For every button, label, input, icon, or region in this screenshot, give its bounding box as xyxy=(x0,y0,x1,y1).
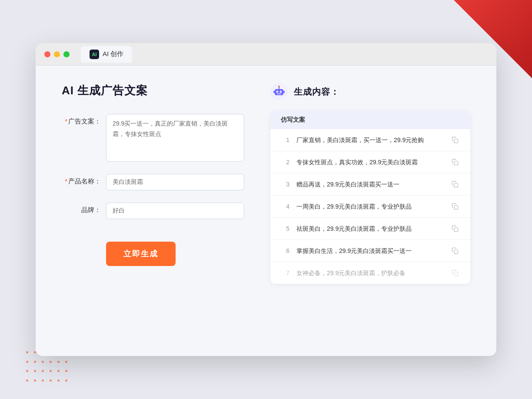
result-row: 3赠品再送，29.9元美白淡斑霜买一送一 xyxy=(270,173,470,196)
result-row: 1厂家直销，美白淡斑霜，买一送一，29.9元抢购 xyxy=(270,129,470,151)
row-text: 厂家直销，美白淡斑霜，买一送一，29.9元抢购 xyxy=(296,136,443,145)
brand-input[interactable] xyxy=(106,203,244,219)
ad-copy-group: *广告文案： xyxy=(62,114,244,162)
generate-button[interactable]: 立即生成 xyxy=(106,242,176,266)
row-text: 女神必备，29.9元美白淡斑霜，护肤必备 xyxy=(296,269,443,278)
maximize-button[interactable] xyxy=(63,51,70,57)
result-row: 5祛斑美白，29.9元美白淡斑霜，专业护肤品 xyxy=(270,218,470,240)
ad-copy-required: * xyxy=(65,117,67,125)
row-number: 5 xyxy=(281,225,289,232)
svg-rect-11 xyxy=(454,139,458,143)
product-name-group: *产品名称： xyxy=(62,174,244,190)
results-table: 仿写文案 1厂家直销，美白淡斑霜，买一送一，29.9元抢购 2专抹女性斑点，真实… xyxy=(270,111,470,284)
product-name-required: * xyxy=(65,177,67,185)
copy-icon[interactable] xyxy=(450,224,460,233)
row-text: 祛斑美白，29.9元美白淡斑霜，专业护肤品 xyxy=(296,224,443,233)
window-controls xyxy=(44,51,70,57)
results-title: 生成内容： xyxy=(294,86,339,98)
svg-rect-8 xyxy=(277,93,281,94)
row-number: 4 xyxy=(281,203,289,210)
svg-point-5 xyxy=(281,91,282,92)
product-name-input[interactable] xyxy=(106,174,244,190)
svg-point-7 xyxy=(278,86,280,87)
row-number: 7 xyxy=(281,269,289,276)
title-bar: AI AI 创作 xyxy=(36,43,496,66)
product-name-label: *产品名称： xyxy=(62,174,101,186)
row-text: 专抹女性斑点，真实功效，29.9元美白淡斑霜 xyxy=(296,158,443,167)
svg-rect-15 xyxy=(454,228,458,232)
svg-rect-16 xyxy=(454,250,458,254)
result-row: 7女神必备，29.9元美白淡斑霜，护肤必备 xyxy=(270,262,470,284)
svg-rect-12 xyxy=(454,161,458,165)
brand-group: 品牌： xyxy=(62,203,244,219)
row-text: 掌握美白生活，29.9元美白淡斑霜买一送一 xyxy=(296,246,443,256)
results-table-header: 仿写文案 xyxy=(270,111,470,129)
tab-icon-text: AI xyxy=(92,52,97,57)
svg-point-4 xyxy=(277,91,278,92)
page-title: AI 生成广告文案 xyxy=(62,83,244,98)
result-row: 6掌握美白生活，29.9元美白淡斑霜买一送一 xyxy=(270,240,470,262)
ad-copy-input[interactable] xyxy=(106,114,244,162)
copy-icon[interactable] xyxy=(450,180,460,189)
copy-icon[interactable] xyxy=(450,157,460,167)
tab-icon: AI xyxy=(90,50,99,59)
row-text: 赠品再送，29.9元美白淡斑霜买一送一 xyxy=(296,180,443,189)
bg-decoration-dots-left xyxy=(26,351,78,386)
ad-copy-label: *广告文案： xyxy=(62,114,101,126)
result-row: 4一周美白，29.9元美白淡斑霜，专业护肤品 xyxy=(270,196,470,218)
row-number: 3 xyxy=(281,181,289,188)
main-content: AI 生成广告文案 *广告文案： *产品名称： 品牌： 立 xyxy=(36,66,496,348)
browser-window: AI AI 创作 AI 生成广告文案 *广告文案： *产品名称： xyxy=(36,43,496,356)
svg-rect-9 xyxy=(273,91,275,93)
result-rows: 1厂家直销，美白淡斑霜，买一送一，29.9元抢购 2专抹女性斑点，真实功效，29… xyxy=(270,129,470,284)
close-button[interactable] xyxy=(44,51,50,57)
ai-creation-tab[interactable]: AI AI 创作 xyxy=(81,46,132,63)
svg-rect-10 xyxy=(283,91,285,93)
minimize-button[interactable] xyxy=(54,51,60,57)
tab-label: AI 创作 xyxy=(103,50,123,58)
svg-rect-13 xyxy=(454,183,458,187)
svg-rect-14 xyxy=(454,206,458,209)
copy-icon[interactable] xyxy=(450,246,460,256)
results-header: 生成内容： xyxy=(270,83,470,100)
row-number: 2 xyxy=(281,159,289,166)
copy-icon[interactable] xyxy=(450,202,460,211)
left-panel: AI 生成广告文案 *广告文案： *产品名称： 品牌： 立 xyxy=(62,83,244,331)
row-number: 1 xyxy=(281,136,289,143)
copy-icon[interactable] xyxy=(450,135,460,145)
brand-label: 品牌： xyxy=(62,203,101,214)
result-row: 2专抹女性斑点，真实功效，29.9元美白淡斑霜 xyxy=(270,151,470,173)
copy-icon[interactable] xyxy=(450,268,460,278)
robot-icon xyxy=(270,83,288,100)
row-number: 6 xyxy=(281,247,289,254)
row-text: 一周美白，29.9元美白淡斑霜，专业护肤品 xyxy=(296,202,443,211)
right-panel: 生成内容： 仿写文案 1厂家直销，美白淡斑霜，买一送一，29.9元抢购 2专抹女… xyxy=(270,83,470,331)
svg-rect-17 xyxy=(454,272,458,276)
